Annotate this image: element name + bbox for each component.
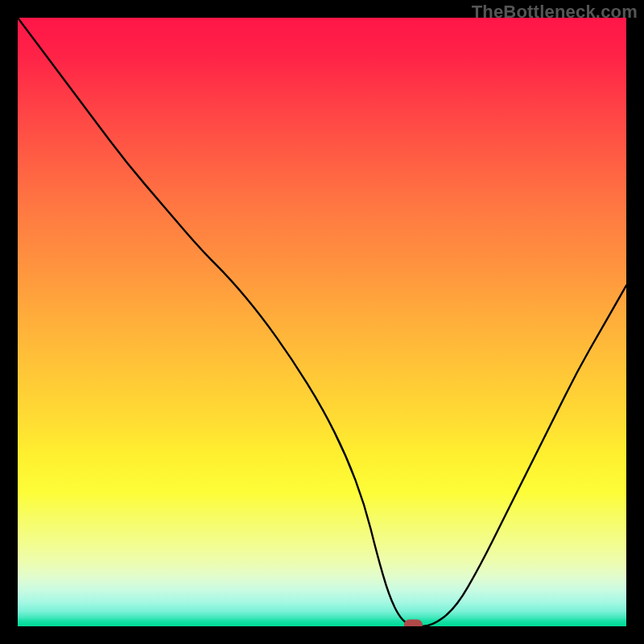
- plot-area: [18, 18, 626, 626]
- curve-layer: [18, 18, 626, 626]
- watermark-text: TheBottleneck.com: [472, 2, 638, 23]
- optimal-point-marker: [404, 620, 422, 626]
- chart-frame: TheBottleneck.com: [0, 0, 644, 644]
- bottleneck-curve: [18, 18, 626, 626]
